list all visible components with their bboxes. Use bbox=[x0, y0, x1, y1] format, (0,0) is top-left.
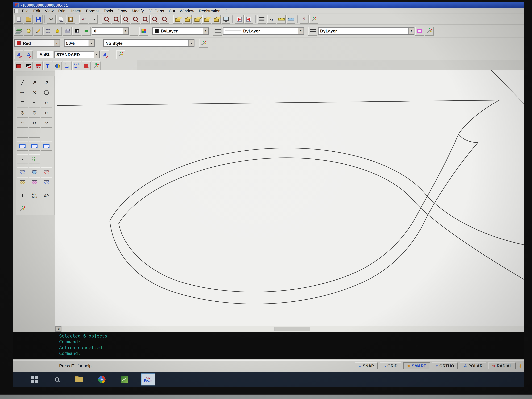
lineweight-dropdown[interactable]: ByLayer ▼ bbox=[318, 27, 414, 35]
layer-on-off-button[interactable] bbox=[24, 26, 33, 35]
tool-gradient[interactable] bbox=[29, 167, 40, 177]
make-layer-current-button[interactable] bbox=[72, 26, 81, 35]
tool-point-array[interactable] bbox=[29, 154, 40, 164]
tool-donut[interactable]: ○ bbox=[41, 118, 52, 127]
snap-toggle[interactable]: ∷ SNAP bbox=[355, 362, 378, 369]
dimension-button[interactable] bbox=[258, 15, 266, 24]
radial-toggle[interactable]: ⊙ RADIAL bbox=[488, 362, 516, 369]
tool-circle-small[interactable]: ○ bbox=[29, 128, 40, 138]
cut-options-button[interactable] bbox=[92, 62, 101, 70]
tool-ellipse[interactable]: ⊘ bbox=[17, 108, 28, 118]
zoom-window-button[interactable] bbox=[121, 15, 130, 24]
import-button[interactable] bbox=[244, 15, 253, 24]
cut-area-button[interactable] bbox=[14, 62, 23, 70]
tool-ellipse-axis[interactable]: ⊘ bbox=[29, 108, 40, 118]
options-button[interactable] bbox=[309, 15, 318, 24]
edit-text-button[interactable]: A bbox=[100, 50, 109, 59]
layer-plot-button[interactable] bbox=[63, 26, 71, 35]
text-tool-button[interactable]: T bbox=[43, 62, 52, 70]
3d-part-button-1[interactable] bbox=[173, 15, 182, 24]
coordinates-button[interactable]: x,y bbox=[267, 15, 276, 24]
zoom-level-dropdown[interactable]: 50% ▼ bbox=[64, 39, 95, 47]
tool-options[interactable] bbox=[17, 204, 28, 213]
tolerance-button[interactable]: TOL. bbox=[34, 62, 43, 70]
menu-format[interactable]: Format bbox=[84, 8, 101, 13]
text-options-button[interactable] bbox=[116, 50, 125, 59]
search-button[interactable] bbox=[51, 374, 62, 385]
tool-circle-2pt[interactable]: ○ bbox=[41, 108, 52, 118]
copy-button[interactable] bbox=[57, 15, 65, 24]
text-style-button-2[interactable]: A bbox=[24, 50, 33, 59]
preview-button[interactable] bbox=[222, 15, 230, 24]
plot-style-dropdown[interactable]: No Style ▼ bbox=[103, 39, 195, 47]
apply-layer-button[interactable]: ⇒ bbox=[82, 26, 91, 35]
layers-button[interactable] bbox=[14, 26, 23, 35]
open-button[interactable] bbox=[24, 15, 33, 24]
measure-2-button[interactable] bbox=[286, 15, 295, 24]
tool-hatch-pink[interactable] bbox=[29, 177, 40, 187]
linetype-dropdown[interactable]: ByLayer ▼ bbox=[223, 27, 304, 35]
grid-toggle[interactable]: ∷ GRID bbox=[380, 362, 401, 369]
zoom-extents-button[interactable] bbox=[150, 15, 159, 24]
tool-hatch-red[interactable] bbox=[41, 167, 52, 177]
save-button[interactable] bbox=[34, 15, 43, 24]
chrome-button[interactable] bbox=[96, 374, 107, 385]
tool-rectangle[interactable]: □ bbox=[17, 98, 28, 108]
zoom-level-value[interactable]: 50% bbox=[64, 40, 89, 46]
tool-hatch-gold[interactable] bbox=[17, 177, 28, 187]
command-window[interactable]: Selected 6 objects Command: Action cance… bbox=[13, 332, 524, 359]
layer-color-button[interactable] bbox=[53, 26, 62, 35]
tool-arc[interactable]: ( bbox=[17, 88, 28, 97]
tool-ray[interactable]: ⇗ bbox=[41, 78, 52, 87]
cut-mode-button[interactable] bbox=[24, 62, 33, 70]
redo-button[interactable]: ↷ bbox=[89, 15, 98, 24]
tool-circle[interactable]: ○ bbox=[41, 98, 52, 108]
zoom-dynamic-button[interactable] bbox=[141, 15, 150, 24]
chevron-down-icon[interactable]: ▼ bbox=[203, 28, 208, 34]
document-icon[interactable] bbox=[14, 9, 18, 13]
paste-button[interactable] bbox=[66, 15, 75, 24]
tool-point[interactable]: · bbox=[17, 154, 28, 164]
chevron-down-icon[interactable]: ▼ bbox=[298, 28, 304, 34]
menu-insert[interactable]: Insert bbox=[69, 8, 84, 13]
new-button[interactable] bbox=[14, 15, 23, 24]
undo-button[interactable]: ↶ bbox=[79, 15, 88, 24]
chevron-down-icon[interactable]: ▼ bbox=[123, 28, 128, 34]
tool-text-rotated[interactable]: abc bbox=[41, 191, 52, 200]
scrollbar-track[interactable] bbox=[62, 326, 524, 332]
chevron-down-icon[interactable]: ▼ bbox=[188, 40, 194, 46]
scroll-left-button[interactable]: ◀ bbox=[55, 326, 62, 332]
menu-modify[interactable]: Modify bbox=[129, 8, 146, 13]
drawing-canvas[interactable]: ◀ bbox=[55, 70, 524, 332]
layer-options-button[interactable] bbox=[425, 26, 434, 35]
zoom-previous-button[interactable] bbox=[131, 15, 140, 24]
tool-hatch[interactable] bbox=[17, 167, 28, 177]
chevron-down-icon[interactable]: ▼ bbox=[93, 51, 99, 58]
tool-polygon[interactable] bbox=[41, 88, 52, 97]
export-button[interactable] bbox=[235, 15, 244, 24]
menu-3d-parts[interactable]: 3D Parts bbox=[146, 8, 166, 13]
measure-button[interactable] bbox=[277, 15, 286, 24]
3d-part-button-4[interactable] bbox=[202, 15, 211, 24]
layer-dropdown[interactable]: 0 ▼ bbox=[92, 27, 129, 35]
menu-help[interactable]: ? bbox=[223, 8, 230, 13]
cut-tolerance-button[interactable]: Cut Tol. bbox=[63, 62, 71, 70]
properties-options-button[interactable] bbox=[199, 39, 208, 48]
cut-button[interactable]: ✂ bbox=[47, 15, 56, 24]
tool-edit-vertex[interactable] bbox=[29, 141, 40, 151]
green-app-button[interactable] bbox=[119, 374, 130, 385]
text-style-value[interactable]: STANDARD bbox=[54, 51, 93, 58]
current-color-dropdown[interactable]: Red ▼ bbox=[14, 39, 60, 47]
previous-layer-button[interactable]: ← bbox=[130, 26, 139, 35]
tool-arc-cont[interactable]: ( bbox=[17, 128, 28, 138]
menu-tools[interactable]: Tools bbox=[101, 8, 115, 13]
tool-curve[interactable]: ~ bbox=[17, 118, 28, 127]
zoom-all-button[interactable] bbox=[160, 15, 169, 24]
3d-part-button-2[interactable] bbox=[183, 15, 192, 24]
chevron-down-icon[interactable]: ▼ bbox=[54, 40, 60, 46]
zoom-in-button[interactable] bbox=[102, 15, 111, 24]
tool-spline[interactable]: S bbox=[29, 88, 40, 97]
layer-lock-button[interactable] bbox=[43, 26, 52, 35]
text-style-button-1[interactable]: A bbox=[14, 50, 23, 59]
menu-window[interactable]: Window bbox=[177, 8, 196, 13]
